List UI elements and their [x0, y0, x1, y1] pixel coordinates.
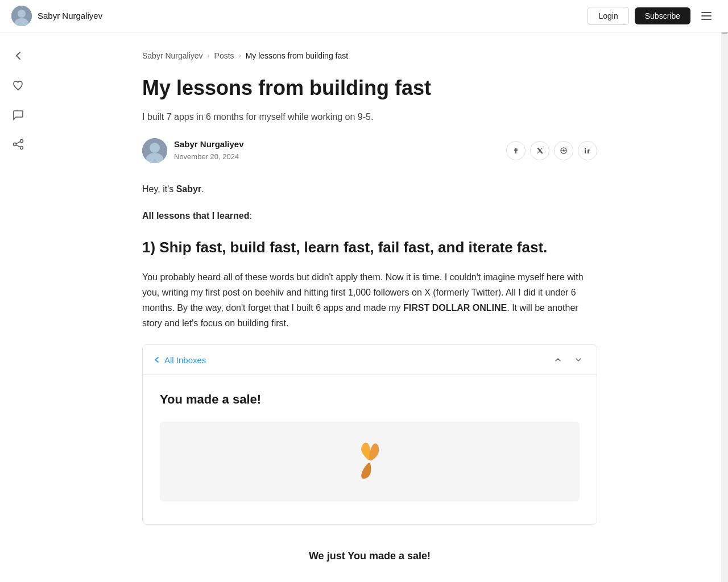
author-row: Sabyr Nurgaliyev November 20, 2024 — [142, 138, 597, 163]
linkedin-share-button[interactable] — [578, 141, 597, 160]
breadcrumb: Sabyr Nurgaliyev › Posts › My lessons fr… — [142, 49, 597, 62]
avatar-image — [11, 6, 32, 26]
main-content: Sabyr Nurgaliyev › Posts › My lessons fr… — [97, 32, 631, 582]
svg-rect-13 — [585, 149, 586, 153]
scrollbar[interactable] — [721, 0, 728, 582]
all-inboxes-button[interactable]: All Inboxes — [153, 353, 206, 368]
intro-text: Hey, it's — [142, 184, 176, 194]
comment-button[interactable] — [8, 105, 28, 125]
svg-point-4 — [14, 143, 16, 146]
login-button[interactable]: Login — [588, 7, 628, 25]
breadcrumb-home[interactable]: Sabyr Nurgaliyev — [142, 49, 203, 62]
beehiiv-logo-icon — [353, 442, 387, 481]
svg-line-7 — [16, 145, 20, 147]
nav-brand: Sabyr Nurgaliyev — [11, 6, 102, 26]
nav-actions: Login Subscribe — [588, 6, 717, 26]
email-up-arrow[interactable] — [550, 352, 566, 368]
lessons-label: All lessons that I learned — [142, 211, 250, 221]
lessons-intro: All lessons that I learned: — [142, 208, 597, 223]
email-sale-title: You made a sale! — [160, 389, 580, 410]
breadcrumb-posts[interactable]: Posts — [214, 49, 234, 62]
author-details: Sabyr Nurgaliyev November 20, 2024 — [174, 138, 244, 163]
article-subtitle: I built 7 apps in 6 months for myself wh… — [142, 110, 597, 124]
top-nav: Sabyr Nurgaliyev Login Subscribe — [0, 0, 728, 32]
svg-point-14 — [585, 147, 586, 148]
bottom-teaser: We just You made a sale! — [142, 538, 597, 569]
svg-point-1 — [18, 10, 26, 18]
email-nav-arrows — [550, 352, 586, 368]
hamburger-line-2 — [701, 15, 712, 16]
email-card-body: You made a sale! — [143, 375, 597, 523]
breadcrumb-current: My lessons from building fast — [246, 49, 349, 62]
svg-point-3 — [20, 140, 23, 143]
email-share-button[interactable] — [554, 141, 573, 160]
intro-period: . — [201, 184, 204, 194]
section1-bold: FIRST DOLLAR ONLINE — [403, 303, 507, 313]
like-button[interactable] — [8, 75, 28, 95]
article-body: Hey, it's Sabyr. All lessons that I lear… — [142, 181, 597, 569]
breadcrumb-chevron-2: › — [239, 51, 241, 61]
social-icons — [506, 141, 597, 160]
left-sidebar — [0, 34, 36, 166]
author-avatar-image — [142, 138, 167, 163]
author-info: Sabyr Nurgaliyev November 20, 2024 — [142, 138, 244, 163]
hamburger-line-3 — [701, 19, 712, 20]
back-button[interactable] — [8, 45, 28, 66]
twitter-share-button[interactable] — [530, 141, 549, 160]
lessons-colon: : — [250, 211, 252, 221]
email-down-arrow[interactable] — [570, 352, 586, 368]
facebook-share-button[interactable] — [506, 141, 526, 160]
nav-author-name: Sabyr Nurgaliyev — [38, 9, 102, 23]
author-name: Sabyr Nurgaliyev — [174, 138, 244, 151]
svg-point-9 — [150, 143, 160, 153]
email-preview-card: All Inboxes You made a sa — [142, 344, 597, 524]
intro-paragraph: Hey, it's Sabyr. — [142, 181, 597, 197]
intro-bold-name: Sabyr — [176, 184, 201, 194]
email-card-header: All Inboxes — [143, 345, 597, 375]
subscribe-button[interactable]: Subscribe — [635, 7, 690, 24]
author-avatar — [142, 138, 167, 163]
breadcrumb-chevron-1: › — [208, 51, 210, 61]
svg-point-5 — [20, 147, 23, 149]
section1-body: You probably heard all of these words bu… — [142, 269, 597, 331]
svg-line-6 — [16, 142, 20, 144]
hamburger-line-1 — [701, 12, 712, 13]
article-title: My lessons from building fast — [142, 76, 597, 100]
inbox-label: All Inboxes — [164, 353, 206, 368]
author-date: November 20, 2024 — [174, 151, 244, 163]
menu-button[interactable] — [696, 6, 717, 26]
svg-point-15 — [368, 460, 371, 463]
section1-heading: 1) Ship fast, build fast, learn fast, fa… — [142, 235, 597, 260]
email-logo-area — [160, 422, 580, 501]
share-button[interactable] — [8, 134, 28, 155]
avatar — [11, 6, 32, 26]
